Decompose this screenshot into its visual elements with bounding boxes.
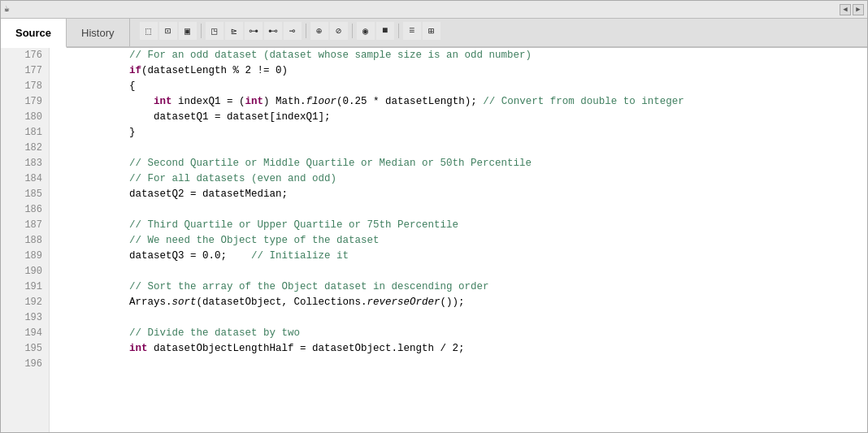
method-token: reverseOrder <box>367 297 441 308</box>
toolbar-btn-11[interactable]: ◉ <box>357 22 375 40</box>
line-number: 176 <box>1 48 49 63</box>
line-number: 177 <box>1 63 49 79</box>
code-line: datasetQ3 = 0.0; // Initialize it <box>56 249 867 264</box>
code-line <box>56 202 867 218</box>
comment-token: // Third Quartile or Upper Quartile or 7… <box>129 219 458 231</box>
line-number: 184 <box>1 171 49 187</box>
indent-token <box>56 327 129 339</box>
line-number: 195 <box>1 341 49 357</box>
plain-token: datasetQ3 = 0.0; <box>129 250 251 262</box>
code-line: { <box>56 79 867 94</box>
line-number: 187 <box>1 218 49 233</box>
line-number: 180 <box>1 110 49 125</box>
toolbar-btn-3[interactable]: ▣ <box>179 22 197 40</box>
indent-token <box>56 297 129 308</box>
plain-token: datasetQ2 = datasetMedian; <box>129 188 288 200</box>
comment-token: // Convert from double to integer <box>483 96 684 107</box>
indent-token <box>56 127 129 138</box>
toolbar: ⬚ ⊡ ▣ ◳ ⊵ ⊶ ⊷ ⊸ ⊕ ⊘ ◉ ■ ≡ ⊞ <box>137 19 867 43</box>
toolbar-sep-2 <box>306 24 306 38</box>
plain-token: indexQ1 = ( <box>172 96 245 107</box>
comment-token: // Sort the array of the Object dataset … <box>129 281 489 292</box>
indent-token <box>56 343 129 354</box>
tabs-bar: Source History ⬚ ⊡ ▣ ◳ ⊵ ⊶ ⊷ ⊸ ⊕ ⊘ ◉ ■ ≡ <box>1 19 867 48</box>
plain-token: ) Math. <box>263 96 306 107</box>
code-line: // For an odd dataset (dataset whose sam… <box>56 48 867 63</box>
line-number: 196 <box>1 357 49 372</box>
indent-token <box>56 65 129 76</box>
code-line: int datasetObjectLengthHalf = datasetObj… <box>56 341 867 357</box>
nav-buttons: ◀ ▶ <box>840 4 864 15</box>
code-line: // Third Quartile or Upper Quartile or 7… <box>56 218 867 233</box>
indent-token <box>56 80 129 92</box>
comment-token: // Second Quartile or Middle Quartile or… <box>129 158 532 169</box>
plain-token: datasetQ1 = dataset[indexQ1]; <box>154 111 331 123</box>
toolbar-btn-5[interactable]: ⊵ <box>225 22 243 40</box>
plain-token: (datasetLength % 2 != 0) <box>141 65 288 76</box>
line-number: 179 <box>1 94 49 110</box>
line-numbers: 1761771781791801811821831841851861871881… <box>1 48 50 432</box>
code-line: datasetQ2 = datasetMedian; <box>56 187 867 202</box>
toolbar-btn-14[interactable]: ⊞ <box>423 22 441 40</box>
code-line: // We need the Object type of the datase… <box>56 233 867 249</box>
toolbar-btn-12[interactable]: ■ <box>376 22 394 40</box>
code-content[interactable]: // For an odd dataset (dataset whose sam… <box>50 48 867 432</box>
keyword-token: if <box>129 65 141 76</box>
plain-token: (datasetObject, Collections. <box>197 297 367 308</box>
plain-token: (0.25 * datasetLength); <box>336 96 483 107</box>
code-line: // Second Quartile or Middle Quartile or… <box>56 156 867 171</box>
toolbar-sep-3 <box>352 24 353 38</box>
toolbar-sep-1 <box>201 24 202 38</box>
nav-left-button[interactable]: ◀ <box>840 4 851 15</box>
line-number: 178 <box>1 79 49 94</box>
toolbar-btn-9[interactable]: ⊕ <box>310 22 328 40</box>
code-line <box>56 141 867 156</box>
code-line: // Divide the dataset by two <box>56 326 867 341</box>
comment-token: // Initialize it <box>251 250 349 262</box>
code-line: Arrays.sort(datasetObject, Collections.r… <box>56 295 867 310</box>
plain-token: ()); <box>441 297 465 308</box>
toolbar-btn-13[interactable]: ≡ <box>403 22 421 40</box>
comment-token: // We need the Object type of the datase… <box>129 235 380 246</box>
toolbar-btn-6[interactable]: ⊶ <box>245 22 263 40</box>
indent-token <box>56 219 129 231</box>
line-number: 189 <box>1 249 49 264</box>
plain-token: { <box>129 80 136 92</box>
code-line: if(datasetLength % 2 != 0) <box>56 63 867 79</box>
title-bar: ☕ ◀ ▶ <box>1 1 867 19</box>
indent-token <box>56 111 154 123</box>
tab-source[interactable]: Source <box>1 19 67 48</box>
code-line <box>56 357 867 372</box>
method-token: floor <box>306 96 337 107</box>
plain-token: / 2; <box>434 343 465 354</box>
toolbar-btn-2[interactable]: ⊡ <box>159 22 177 40</box>
code-line: datasetQ1 = dataset[indexQ1]; <box>56 110 867 125</box>
toolbar-btn-10[interactable]: ⊘ <box>330 22 348 40</box>
toolbar-btn-7[interactable]: ⊷ <box>264 22 282 40</box>
main-window: ☕ ◀ ▶ Source History ⬚ ⊡ ▣ ◳ ⊵ ⊶ ⊷ ⊸ ⊕ ⊘ <box>0 0 868 433</box>
line-number: 192 <box>1 295 49 310</box>
tab-history[interactable]: History <box>67 19 129 46</box>
plain-token: } <box>129 127 136 138</box>
code-line: } <box>56 125 867 141</box>
method-token: sort <box>172 297 197 308</box>
indent-token <box>56 96 154 107</box>
line-number: 190 <box>1 264 49 279</box>
editor-area: 1761771781791801811821831841851861871881… <box>1 48 867 432</box>
indent-token <box>56 173 129 184</box>
keyword-token: int <box>129 343 148 354</box>
toolbar-btn-4[interactable]: ◳ <box>206 22 224 40</box>
file-icon: ☕ <box>4 3 17 16</box>
line-number: 191 <box>1 279 49 295</box>
indent-token <box>56 250 129 262</box>
code-line: // Sort the array of the Object dataset … <box>56 279 867 295</box>
toolbar-sep-4 <box>398 24 399 38</box>
keyword-token: int <box>154 96 172 107</box>
nav-right-button[interactable]: ▶ <box>853 4 864 15</box>
line-number: 181 <box>1 125 49 141</box>
toolbar-btn-8[interactable]: ⊸ <box>284 22 302 40</box>
line-number: 193 <box>1 310 49 326</box>
line-number: 194 <box>1 326 49 341</box>
line-number: 188 <box>1 233 49 249</box>
toolbar-btn-1[interactable]: ⬚ <box>140 22 158 40</box>
